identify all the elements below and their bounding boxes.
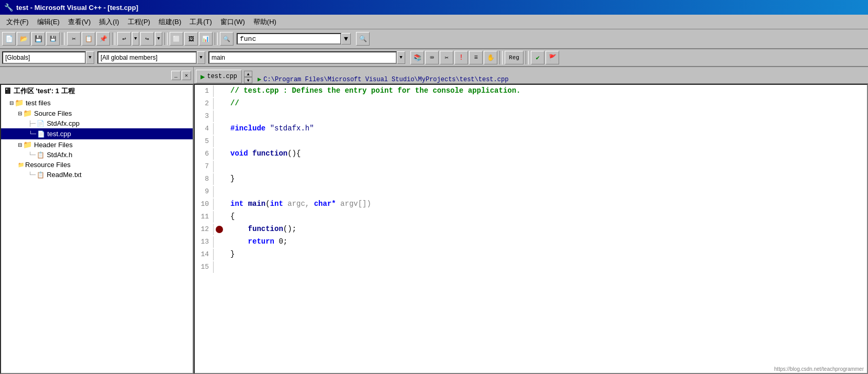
search-btn[interactable]: 🔍 [220, 32, 233, 46]
code-editor[interactable]: 1 // test.cpp : Defines the entry point … [194, 84, 868, 374]
members-dropdown[interactable]: [All global members] [97, 51, 197, 64]
globals-dropdown-arrow[interactable]: ▼ [86, 51, 94, 64]
code-line-7: 7 [195, 160, 867, 173]
scissors-btn[interactable]: ✂ [440, 51, 453, 64]
no-bp-14 [216, 251, 223, 258]
project-node[interactable]: ⊟ 📁 test files [1, 97, 193, 108]
function-nav-arrow[interactable]: ▼ [397, 51, 405, 64]
hand-btn[interactable]: ✋ [484, 51, 497, 64]
code-line-13: 13 return 0; [195, 236, 867, 248]
flag-btn[interactable]: 🚩 [546, 51, 559, 64]
no-bp-5 [216, 138, 223, 145]
menu-build[interactable]: 组建(B) [154, 16, 185, 28]
project-minus-icon: ⊟ [9, 100, 14, 106]
build-btn3[interactable]: 📊 [199, 32, 213, 46]
file-spin-up[interactable]: ▲ [244, 71, 252, 77]
no-bp-2 [216, 100, 223, 107]
list-btn[interactable]: ≡ [469, 51, 483, 64]
classwiz-btn[interactable]: 📚 [410, 51, 424, 64]
no-bp-15 [216, 263, 223, 271]
no-bp-9 [216, 188, 223, 195]
line-num-6: 6 [195, 148, 214, 159]
open-file-button[interactable]: 📂 [17, 32, 30, 46]
stdafx-h-item[interactable]: └─ 📋 StdAfx.h [1, 150, 193, 160]
code-line-10: 10 int main(int argc, char* argv[]) [195, 198, 867, 211]
main-content: 🖥 工作区 'test': 1 工程 ⊟ 📁 test files ⊟ 📁 So… [0, 84, 868, 374]
save-button[interactable]: 💾 [31, 32, 45, 46]
save-all-button[interactable]: 💾 [46, 32, 60, 46]
reg-btn[interactable]: Reg [505, 51, 524, 64]
sidebar-header: _ ✕ [0, 67, 194, 84]
exclaim-btn[interactable]: ! [454, 51, 468, 64]
file-path-bar: ▶ C:\Program Files\Microsoft Visual Stud… [253, 75, 866, 83]
find-in-files-button[interactable]: 🔍 [356, 32, 370, 46]
redo-dropdown[interactable]: ▼ [155, 32, 162, 46]
menu-tools[interactable]: 工具(T) [185, 16, 216, 28]
line-content-1: // test.cpp : Defines the entry point fo… [224, 85, 521, 97]
menu-file[interactable]: 文件(F) [2, 16, 33, 28]
separator-1 [62, 32, 65, 45]
stdafx-cpp-item[interactable]: ├─ 📄 StdAfx.cpp [1, 118, 193, 128]
project-label: test files [26, 99, 51, 107]
function-nav-dropdown[interactable]: main [208, 51, 397, 64]
menu-insert[interactable]: 插入(I) [95, 16, 123, 28]
readme-item[interactable]: └─ 📋 ReadMe.txt [1, 170, 193, 180]
line-num-14: 14 [195, 249, 214, 260]
workspace-root[interactable]: 🖥 工作区 'test': 1 工程 [1, 85, 193, 97]
line-num-10: 10 [195, 199, 214, 210]
keyboard-btn[interactable]: ⌨ [425, 51, 439, 64]
source-files-node[interactable]: ⊟ 📁 Source Files [1, 108, 193, 118]
no-bp-3 [216, 113, 223, 120]
check-btn[interactable]: ✔ [531, 51, 544, 64]
app-icon: 🔧 [4, 3, 13, 12]
code-line-15: 15 [195, 261, 867, 273]
menu-edit[interactable]: 编辑(E) [33, 16, 64, 28]
menu-project[interactable]: 工程(P) [124, 16, 154, 28]
test-cpp-item[interactable]: └─ 📄 test.cpp [1, 128, 193, 139]
header-files-label: Header Files [34, 141, 73, 149]
no-bp-4 [216, 125, 223, 133]
menu-window[interactable]: 窗口(W) [216, 16, 249, 28]
right-toolbar: 📚 ⌨ ✂ ! ≡ ✋ Reg ✔ 🚩 [410, 51, 559, 64]
line-content-13: return 0; [224, 236, 287, 248]
line-num-2: 2 [195, 98, 214, 109]
code-line-12: 12 function(); [195, 223, 867, 236]
menu-help[interactable]: 帮助(H) [249, 16, 281, 28]
members-dropdown-arrow[interactable]: ▼ [197, 51, 205, 64]
test-cpp-line: └─ [29, 131, 36, 137]
function-dropdown-value: func [240, 35, 256, 43]
menu-view[interactable]: 查看(V) [64, 16, 95, 28]
breakpoint-12[interactable] [216, 226, 223, 233]
line-content-10: int main(int argc, char* argv[]) [224, 198, 371, 210]
line-num-12: 12 [195, 224, 214, 235]
file-bar-row: _ ✕ ▶ test.cpp ▲ ▼ ▶ C:\Program Files\Mi… [0, 67, 868, 84]
toolbar: 📄 📂 💾 💾 ✂ 📋 📌 ↩ ▼ ↪ ▼ ⬜ 🖼 📊 🔍 func ▼ 🔍 [0, 29, 868, 49]
line-num-1: 1 [195, 85, 214, 96]
code-line-2: 2 // [195, 97, 867, 110]
file-spin-down[interactable]: ▼ [244, 77, 252, 83]
sidebar-close-btn[interactable]: ✕ [182, 71, 191, 80]
redo-button[interactable]: ↪ [140, 32, 154, 46]
copy-button[interactable]: 📋 [82, 32, 95, 46]
header-files-node[interactable]: ⊟ 📁 Header Files [1, 139, 193, 150]
members-dropdown-value: [All global members] [101, 54, 158, 61]
function-dropdown[interactable]: func [237, 33, 341, 45]
no-bp-11 [216, 213, 223, 221]
file-tab-arrow-icon: ▶ [201, 72, 205, 81]
undo-button[interactable]: ↩ [117, 32, 131, 46]
build-btn1[interactable]: ⬜ [170, 32, 183, 46]
file-tab-test-cpp[interactable]: ▶ test.cpp [196, 70, 242, 83]
sidebar-min-btn[interactable]: _ [171, 71, 181, 80]
stdafx-cpp-line: ├─ [28, 120, 36, 126]
globals-dropdown[interactable]: [Globals] [2, 51, 86, 64]
paste-button[interactable]: 📌 [96, 32, 110, 46]
line-num-15: 15 [195, 261, 214, 272]
cut-button[interactable]: ✂ [67, 32, 81, 46]
stdafx-cpp-icon: 📄 [37, 120, 44, 127]
no-bp-8 [216, 175, 223, 183]
new-file-button[interactable]: 📄 [2, 32, 16, 46]
function-dropdown-arrow[interactable]: ▼ [341, 33, 351, 45]
undo-dropdown[interactable]: ▼ [132, 32, 139, 46]
build-btn2[interactable]: 🖼 [184, 32, 198, 46]
resource-files-node[interactable]: 📁 Resource Files [1, 160, 193, 170]
